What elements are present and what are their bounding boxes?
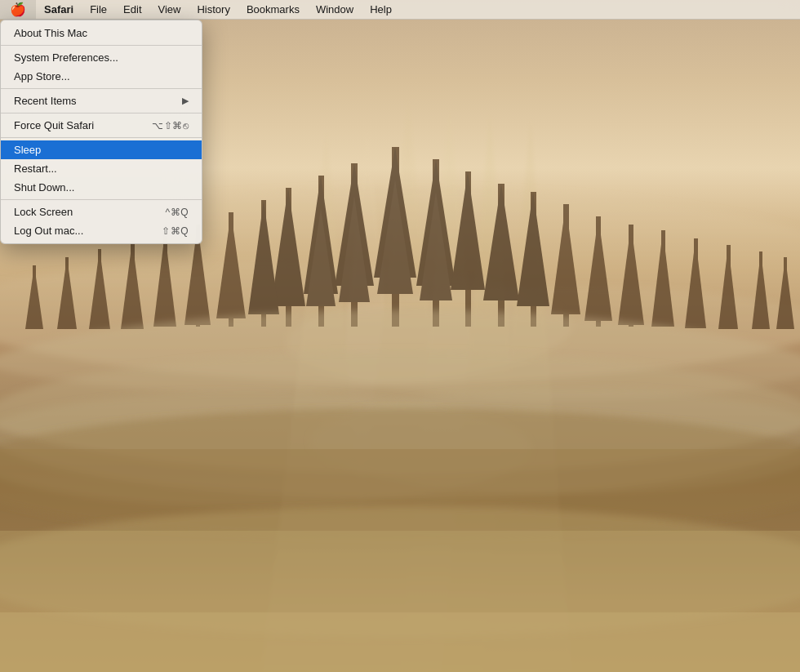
force-quit-shortcut: ⌥⇧⌘⎋ — [152, 120, 189, 131]
menu-item-app-store[interactable]: App Store... — [1, 67, 202, 86]
apple-menu-button[interactable]: 🍎 — [0, 0, 36, 19]
menubar-help[interactable]: Help — [362, 0, 400, 19]
menubar-edit[interactable]: Edit — [115, 0, 149, 19]
menubar-view[interactable]: View — [150, 0, 189, 19]
menubar-file[interactable]: File — [82, 0, 115, 19]
menu-item-lock-screen[interactable]: Lock Screen ^⌘Q — [1, 202, 202, 221]
menu-separator-3 — [1, 113, 202, 113]
menu-item-logout[interactable]: Log Out mac... ⇧⌘Q — [1, 221, 202, 240]
menubar-window[interactable]: Window — [308, 0, 362, 19]
svg-rect-71 — [0, 612, 800, 672]
apple-dropdown-menu: About This Mac System Preferences... App… — [0, 20, 202, 244]
menubar-bookmarks[interactable]: Bookmarks — [238, 0, 308, 19]
apple-icon: 🍎 — [10, 2, 26, 17]
menu-separator-2 — [1, 88, 202, 89]
submenu-arrow-icon: ▶ — [182, 96, 189, 106]
menu-item-shutdown[interactable]: Shut Down... — [1, 178, 202, 197]
menu-item-sleep[interactable]: Sleep — [1, 140, 202, 159]
menu-item-restart[interactable]: Restart... — [1, 159, 202, 178]
menu-item-force-quit[interactable]: Force Quit Safari ⌥⇧⌘⎋ — [1, 116, 202, 135]
menu-separator-1 — [1, 45, 202, 46]
menu-item-recent-items[interactable]: Recent Items ▶ — [1, 91, 202, 110]
menubar: 🍎 Safari File Edit View History Bookmark… — [0, 0, 800, 20]
menubar-safari[interactable]: Safari — [36, 0, 82, 19]
menu-item-system-prefs[interactable]: System Preferences... — [1, 48, 202, 67]
menubar-history[interactable]: History — [189, 0, 238, 19]
menu-item-about[interactable]: About This Mac — [1, 24, 202, 42]
lock-screen-shortcut: ^⌘Q — [166, 207, 189, 218]
menu-separator-4 — [1, 137, 202, 138]
menu-separator-5 — [1, 199, 202, 200]
logout-shortcut: ⇧⌘Q — [162, 225, 189, 237]
